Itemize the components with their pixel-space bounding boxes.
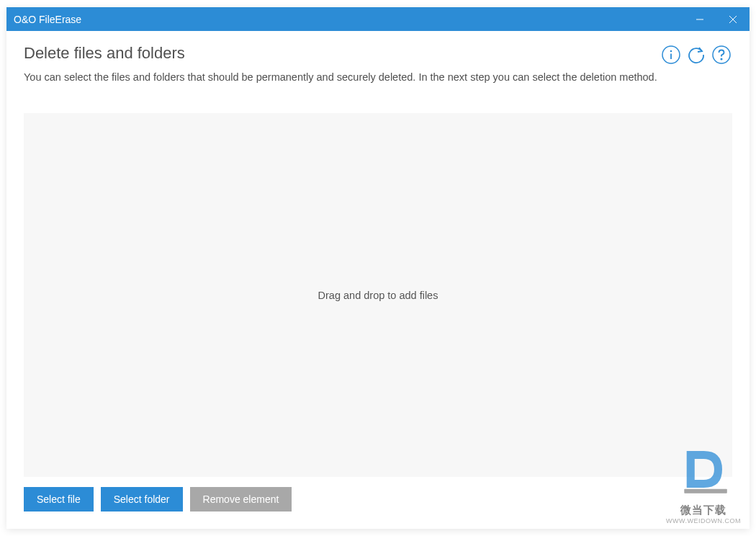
refresh-button[interactable] — [685, 44, 707, 66]
page-title: Delete files and folders — [24, 44, 185, 63]
select-file-button[interactable]: Select file — [24, 487, 94, 512]
info-icon — [661, 45, 681, 65]
app-window: O&O FileErase Delete files and folders — [6, 7, 750, 529]
window-controls — [683, 7, 750, 31]
select-folder-button[interactable]: Select folder — [101, 487, 183, 512]
minimize-icon — [696, 16, 703, 23]
svg-point-7 — [721, 58, 722, 60]
refresh-icon — [686, 45, 706, 65]
window-title: O&O FileErase — [14, 14, 81, 25]
file-dropzone[interactable]: Drag and drop to add files — [24, 113, 732, 477]
titlebar[interactable]: O&O FileErase — [6, 7, 750, 31]
help-button[interactable] — [711, 44, 732, 66]
dropzone-hint: Drag and drop to add files — [318, 290, 438, 301]
close-button[interactable] — [716, 7, 750, 31]
help-icon — [711, 45, 732, 65]
info-button[interactable] — [660, 44, 682, 66]
minimize-button[interactable] — [683, 7, 716, 31]
svg-point-4 — [670, 50, 671, 51]
remove-element-button: Remove element — [190, 487, 292, 512]
button-row: Select file Select folder Remove element — [24, 487, 732, 512]
watermark-text-2: WWW.WEIDOWN.COM — [666, 517, 741, 524]
page-description: You can select the files and folders tha… — [24, 71, 732, 83]
content-area: Delete files and folders — [6, 31, 750, 529]
header-row: Delete files and folders — [24, 44, 732, 71]
close-icon — [729, 16, 737, 23]
header-icons — [660, 44, 732, 66]
